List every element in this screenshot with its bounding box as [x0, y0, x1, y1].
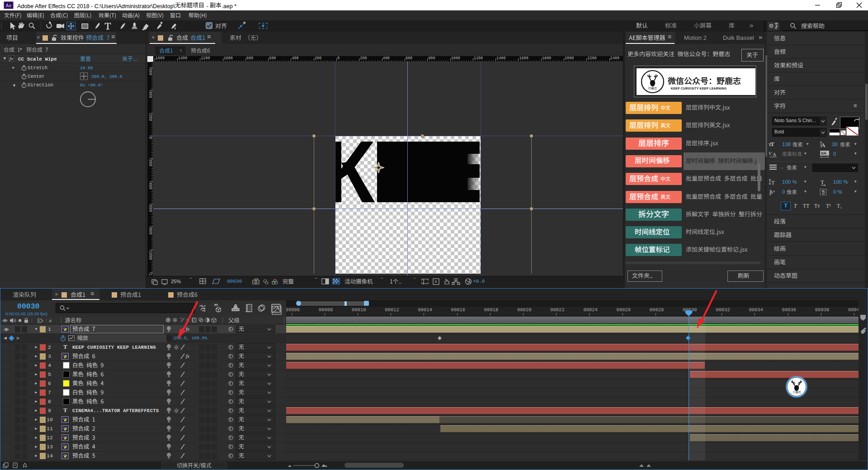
svg-text:A: A [769, 189, 773, 195]
svg-text:A: A [773, 152, 776, 157]
svg-text:A: A [821, 142, 826, 148]
svg-text:Ae: Ae [6, 3, 12, 8]
svg-text:VA: VA [821, 151, 827, 156]
svg-text:T: T [821, 179, 824, 185]
svg-text:T: T [771, 179, 775, 186]
svg-text:V: V [769, 151, 772, 156]
svg-text:a: a [773, 189, 775, 193]
